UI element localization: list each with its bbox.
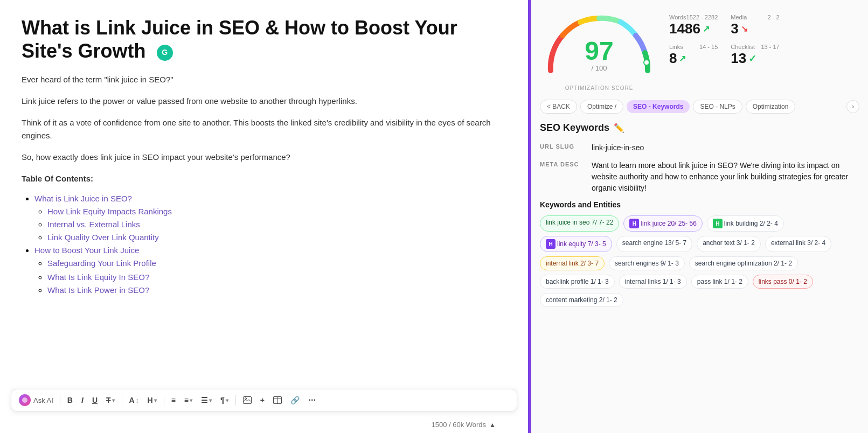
- keyword-tag[interactable]: links pass 0/ 1- 2: [753, 275, 813, 289]
- unordered-list-button[interactable]: ☰ ▾: [198, 394, 214, 407]
- align-button[interactable]: ≡: [169, 394, 178, 407]
- score-section: 97 / 100 OPTIMIZATION SCORE Words 1522 -…: [540, 9, 859, 91]
- keyword-badge: H: [629, 219, 639, 228]
- ask-ai-button[interactable]: Ask AI: [19, 394, 53, 406]
- svg-point-1: [245, 398, 246, 400]
- link-button[interactable]: 🔗: [288, 394, 302, 407]
- toc-sub-link-3[interactable]: Link Quality Over Link Quantity: [47, 233, 159, 242]
- intro-1: Ever heard of the term "link juice in SE…: [22, 73, 506, 86]
- keyword-tag[interactable]: content marketing 2/ 1- 2: [540, 293, 623, 307]
- toolbar-separator-1: [60, 395, 60, 406]
- meta-desc-row: META DESC Want to learn more about link …: [540, 160, 859, 194]
- word-count: 1500 / 60k Words ▲: [431, 421, 496, 429]
- toc-sub-link-4[interactable]: Safeguarding Your Link Profile: [47, 259, 156, 268]
- tab-seo-nlps[interactable]: SEO - NLPs: [693, 100, 742, 114]
- keyword-label: link juice 20/ 25- 56: [641, 220, 696, 227]
- keyword-tag[interactable]: internal link 2/ 3- 7: [540, 256, 605, 270]
- meta-desc-value: Want to learn more about link juice in S…: [592, 160, 859, 194]
- media-arrow-down: ↘: [741, 24, 748, 34]
- keyword-label: anchor text 3/ 1- 2: [703, 239, 755, 247]
- tab-optimize[interactable]: Optimize /: [580, 100, 623, 114]
- paragraph-button[interactable]: ¶ ▾: [218, 394, 231, 407]
- keyword-label: pass link 1/ 1- 2: [697, 278, 742, 285]
- keyword-label: search engine optimization 2/ 1- 2: [695, 260, 792, 267]
- font-size-button[interactable]: A↕: [127, 394, 142, 407]
- more-toc-link-2[interactable]: What Is Link Power in SEO?: [47, 285, 149, 295]
- keyword-tag[interactable]: link juice in seo 7/ 7- 22: [540, 215, 619, 232]
- edit-icon[interactable]: ✏️: [614, 123, 624, 133]
- table-button[interactable]: [270, 394, 284, 406]
- score-value: 97: [585, 38, 613, 64]
- insert-button[interactable]: +: [258, 394, 267, 407]
- grammarly-icon[interactable]: G: [157, 45, 173, 61]
- keyword-label: link juice in seo 7/ 7- 22: [546, 219, 613, 226]
- article-title: What is Link Juice in SEO & How to Boost…: [22, 16, 506, 62]
- italic-button[interactable]: I: [79, 394, 86, 407]
- keyword-tag[interactable]: Hlink building 2/ 2- 4: [707, 215, 784, 232]
- more-button[interactable]: ⋯: [305, 394, 318, 407]
- url-slug-label: URL SLUG: [540, 142, 583, 150]
- keyword-tag[interactable]: pass link 1/ 1- 2: [691, 275, 748, 289]
- bold-button[interactable]: B: [65, 394, 75, 407]
- svg-rect-0: [243, 397, 251, 404]
- toolbar-separator-2: [122, 395, 122, 406]
- score-stats: Words 1522 - 2282 1486 ↗ Media 2 - 2 3 ↘: [669, 9, 780, 67]
- keyword-tag[interactable]: backlink profile 1/ 1- 3: [540, 275, 615, 289]
- editor-panel: What is Link Juice in SEO & How to Boost…: [0, 0, 528, 433]
- underline-button[interactable]: U: [89, 394, 100, 407]
- toc-sub-1: How Link Equity Impacts Rankings Interna…: [34, 207, 506, 242]
- toc-sub-link-2[interactable]: Internal vs. External Links: [47, 220, 140, 229]
- more-toc-link-1[interactable]: What Is Link Equity In SEO?: [47, 273, 149, 282]
- stat-words: Words 1522 - 2282 1486 ↗: [669, 14, 718, 37]
- toc-item-1: What is Link Juice in SEO? How Link Equi…: [34, 194, 506, 242]
- keyword-label: external link 3/ 2- 4: [771, 239, 825, 247]
- toc-sub-link-1[interactable]: How Link Equity Impacts Rankings: [47, 207, 172, 216]
- keyword-label: search engines 9/ 1- 3: [615, 260, 679, 267]
- toc-sub-item-4: Safeguarding Your Link Profile: [47, 259, 506, 268]
- keyword-tag[interactable]: search engines 9/ 1- 3: [609, 256, 685, 270]
- keyword-badge: H: [546, 239, 555, 249]
- tab-seo-keywords[interactable]: SEO - Keywords: [627, 100, 690, 113]
- toc-title: Table Of Contents:: [22, 172, 506, 185]
- keyword-tag[interactable]: search engine 13/ 5- 7: [616, 236, 692, 252]
- keyword-tag[interactable]: Hlink juice 20/ 25- 56: [623, 215, 702, 232]
- image-button[interactable]: [240, 394, 254, 406]
- more-toc: What Is Link Equity In SEO? What Is Link…: [22, 273, 506, 295]
- tabs-next-button[interactable]: ›: [846, 100, 859, 113]
- keywords-title: Keywords and Entities: [540, 200, 859, 209]
- keyword-badge: H: [713, 219, 723, 228]
- toc-sub-2: Safeguarding Your Link Profile: [34, 259, 506, 268]
- toc-sub-item-3: Link Quality Over Link Quantity: [47, 233, 506, 242]
- toc-link-2[interactable]: How to Boost Your Link Juice: [34, 246, 139, 255]
- keyword-tag[interactable]: search engine optimization 2/ 1- 2: [689, 256, 798, 270]
- ordered-list-button[interactable]: ≡ ▾: [182, 394, 195, 407]
- tab-back-button[interactable]: < BACK: [540, 100, 577, 114]
- seo-keywords-header: SEO Keywords ✏️: [540, 122, 859, 134]
- more-toc-item-1: What Is Link Equity In SEO?: [47, 273, 506, 282]
- keyword-label: link equity 7/ 3- 5: [557, 240, 606, 248]
- keyword-tag[interactable]: external link 3/ 2- 4: [765, 236, 831, 252]
- ai-orb-icon: [19, 394, 31, 406]
- optimization-score-label: OPTIMIZATION SCORE: [565, 85, 634, 91]
- keyword-label: backlink profile 1/ 1- 3: [546, 278, 609, 285]
- url-slug-row: URL SLUG link-juice-in-seo: [540, 142, 859, 153]
- toc-sub-item-2: Internal vs. External Links: [47, 220, 506, 229]
- strikethrough-button[interactable]: T ▾: [103, 394, 117, 407]
- keyword-tag[interactable]: anchor text 3/ 1- 2: [697, 236, 761, 252]
- heading-button[interactable]: H ▾: [145, 394, 159, 407]
- keyword-label: links pass 0/ 1- 2: [759, 278, 807, 285]
- keyword-label: link building 2/ 2- 4: [724, 220, 778, 227]
- word-count-chevron[interactable]: ▲: [489, 421, 496, 429]
- words-arrow-up: ↗: [703, 24, 710, 34]
- meta-desc-label: META DESC: [540, 160, 583, 167]
- gauge-chart: 97 / 100: [540, 9, 658, 84]
- seo-keywords-title: SEO Keywords: [540, 122, 609, 134]
- keyword-tag[interactable]: Hlink equity 7/ 3- 5: [540, 236, 612, 252]
- toc-link-1[interactable]: What is Link Juice in SEO?: [34, 194, 132, 203]
- keyword-label: search engine 13/ 5- 7: [622, 239, 686, 247]
- tab-optimization[interactable]: Optimization: [746, 100, 796, 114]
- links-arrow-up: ↗: [679, 53, 686, 64]
- intro-4: So, how exactly does link juice in SEO i…: [22, 151, 506, 164]
- keyword-tag[interactable]: internal links 1/ 1- 3: [619, 275, 687, 289]
- stat-links: Links 14 - 15 8 ↗: [669, 44, 718, 67]
